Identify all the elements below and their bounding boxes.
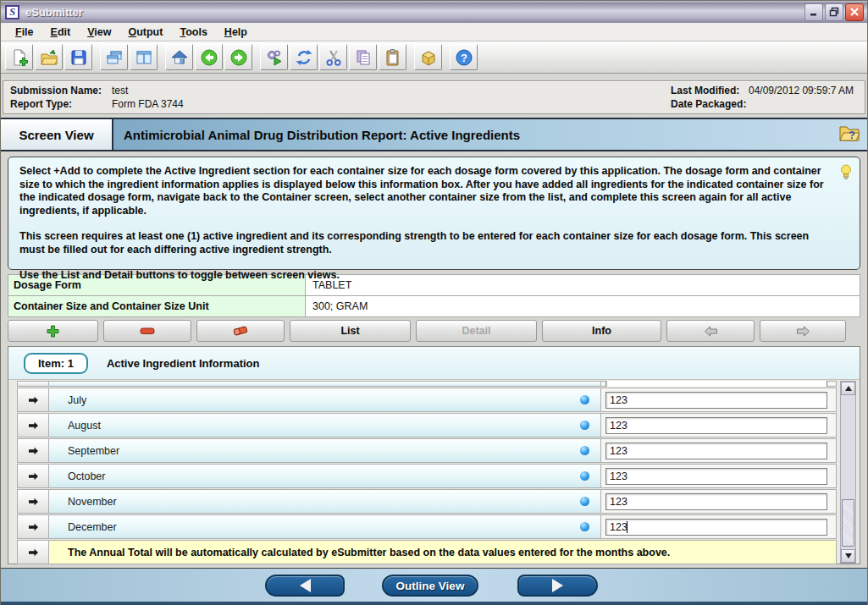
screen-title-band: Antimicrobial Animal Drug Distribution R… [113, 119, 867, 150]
last-modified-value: 04/09/2012 09:59:7 AM [749, 85, 854, 96]
status-dot-icon [580, 446, 589, 455]
scrollbar-track[interactable] [841, 395, 855, 549]
month-value-input[interactable] [605, 519, 827, 536]
forward-button[interactable] [224, 44, 252, 70]
new-document-button[interactable] [5, 44, 33, 70]
remove-all-eraser-icon [232, 325, 249, 337]
outline-view-button[interactable]: Outline View [382, 575, 478, 597]
month-value-input[interactable] [605, 392, 827, 409]
month-value-input[interactable] [605, 443, 827, 459]
active-ingredient-panel: Item: 1 Active Ingredient Information [8, 346, 860, 564]
minimize-button[interactable] [804, 3, 823, 21]
last-modified-label: Last Modified: [671, 85, 749, 96]
app-logo-icon: S [5, 5, 19, 19]
next-item-button[interactable] [760, 320, 846, 342]
lightbulb-icon [840, 164, 852, 184]
paste-button[interactable] [379, 44, 406, 70]
annual-total-note: The Annual Total will be automatically c… [49, 540, 837, 564]
instruction-box: Select +Add to complete the Active Ingre… [8, 157, 860, 270]
open-button[interactable] [35, 44, 63, 70]
month-label: December [68, 521, 117, 533]
row-expand-button[interactable] [17, 413, 49, 437]
row-expand-button[interactable] [17, 464, 49, 488]
month-value-input[interactable] [605, 417, 827, 434]
split-view-button[interactable] [130, 44, 158, 70]
menu-file[interactable]: File [8, 25, 41, 40]
status-dot-icon [580, 522, 589, 531]
month-row: July [17, 388, 837, 412]
close-button[interactable] [845, 3, 864, 21]
run-missing-data-button[interactable] [260, 44, 288, 70]
remove-minus-icon [140, 327, 155, 335]
month-value-input[interactable] [605, 468, 827, 485]
month-value-input[interactable] [605, 493, 827, 510]
report-type-label: Report Type: [10, 98, 112, 110]
refresh-button[interactable] [290, 44, 318, 70]
container-size-label: Container Size and Container Size Unit [8, 295, 306, 317]
copy-button[interactable] [349, 44, 377, 70]
menu-help[interactable]: Help [217, 25, 255, 40]
info-button-label: Info [592, 325, 611, 337]
next-arrow-icon [796, 326, 810, 337]
save-icon [69, 48, 88, 67]
partial-row [17, 381, 837, 387]
row-expand-button[interactable] [17, 438, 49, 463]
save-button[interactable] [64, 44, 92, 70]
row-arrow-icon [28, 447, 39, 455]
menu-output[interactable]: Output [120, 25, 170, 40]
screen-help-button[interactable]: ? [838, 124, 860, 146]
previous-screen-button[interactable] [265, 575, 345, 597]
package-button[interactable] [414, 44, 442, 70]
row-expand-button[interactable] [17, 540, 49, 564]
home-button[interactable] [165, 44, 193, 70]
paste-icon [384, 48, 402, 67]
screen-title: Antimicrobial Animal Drug Distribution R… [124, 128, 520, 142]
report-type-value: Form FDA 3744 [112, 98, 184, 110]
menu-view[interactable]: View [80, 25, 119, 40]
previous-screen-icon [300, 579, 311, 592]
row-expand-button[interactable] [17, 489, 49, 514]
cascade-windows-button[interactable] [100, 44, 128, 70]
month-row: November [17, 489, 837, 514]
status-dot-icon [580, 421, 589, 430]
menu-tools[interactable]: Tools [172, 25, 214, 40]
scroll-up-button[interactable] [841, 382, 855, 395]
month-label: November [68, 496, 117, 508]
month-row: September [17, 438, 837, 463]
row-arrow-icon [28, 523, 39, 531]
row-arrow-icon [28, 498, 39, 506]
help-button[interactable]: ? [450, 44, 478, 70]
partial-value-input[interactable] [605, 381, 827, 387]
item-badge: Item: 1 [24, 353, 88, 374]
next-screen-icon [552, 579, 563, 592]
remove-all-button[interactable] [196, 320, 285, 342]
next-screen-button[interactable] [517, 575, 598, 597]
add-button[interactable] [8, 320, 98, 342]
screen-view-tab[interactable]: Screen View [1, 119, 113, 150]
add-plus-icon [47, 325, 59, 338]
content-area: Select +Add to complete the Active Ingre… [1, 151, 867, 564]
scroll-down-button[interactable] [841, 549, 855, 563]
action-bar: List Detail Info [8, 320, 860, 343]
vertical-scrollbar[interactable] [840, 381, 856, 564]
remove-button[interactable] [103, 320, 191, 342]
row-expand-button[interactable] [17, 388, 49, 412]
back-icon [200, 48, 218, 67]
row-arrow-icon [28, 396, 39, 404]
info-button[interactable]: Info [542, 320, 661, 342]
footer-bar: Outline View [1, 568, 867, 605]
item-title: Active Ingredient Information [107, 357, 260, 370]
menu-edit[interactable]: Edit [43, 25, 79, 40]
submission-name-label: Submission Name: [10, 85, 112, 96]
submission-name-value: test [112, 85, 128, 96]
back-button[interactable] [195, 44, 223, 70]
month-row: December [17, 514, 837, 539]
list-button[interactable]: List [290, 320, 411, 342]
previous-item-button[interactable] [666, 320, 755, 342]
item-header: Item: 1 Active Ingredient Information [8, 347, 860, 379]
scrollbar-thumb[interactable] [842, 499, 854, 547]
restore-button[interactable] [825, 3, 843, 21]
cut-button[interactable] [319, 44, 347, 70]
row-expand-button[interactable] [17, 514, 49, 539]
outline-view-label: Outline View [396, 580, 465, 592]
